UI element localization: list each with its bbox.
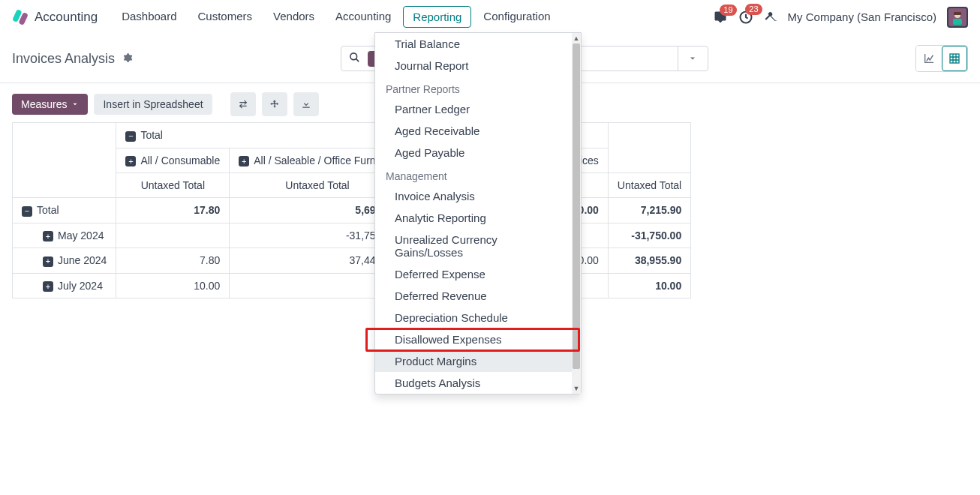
menu-invoice-analysis[interactable]: Invoice Analysis (375, 185, 572, 207)
menu-deferred-expense[interactable]: Deferred Expense (375, 263, 572, 285)
company-selector[interactable]: My Company (San Francisco) (788, 10, 936, 23)
app-logo-icon (12, 9, 29, 26)
measure-header[interactable]: Untaxed Total (116, 173, 230, 198)
svg-rect-8 (950, 54, 959, 63)
collapse-icon (22, 206, 32, 217)
svg-rect-5 (953, 19, 962, 25)
pivot-view-button[interactable] (942, 46, 967, 71)
table-row: June 2024 7.80 37,444.40 53.70 1,450.00 … (13, 248, 691, 274)
nav-customers[interactable]: Customers (189, 6, 262, 28)
cell: 10.00 (116, 273, 230, 298)
table-row: Total 17.80 5,694.40 53.70 1,450.00 7,21… (13, 198, 691, 224)
pivot-icon (948, 52, 960, 64)
expand-icon (43, 231, 53, 242)
activities-badge: 23 (745, 4, 762, 15)
menu-analytic-reporting[interactable]: Analytic Reporting (375, 207, 572, 229)
swap-icon (237, 99, 249, 110)
cell: 38,955.90 (608, 248, 690, 274)
expand-all-button[interactable] (262, 92, 287, 116)
reporting-dropdown: Trial Balance Journal Report Partner Rep… (374, 32, 582, 310)
expand-icon (269, 99, 280, 110)
app-name: Accounting (35, 10, 98, 25)
nav-reporting[interactable]: Reporting (403, 6, 471, 28)
tools-icon[interactable] (764, 10, 777, 24)
dropdown-scrollbar[interactable]: ▲ ▼ (572, 33, 581, 310)
menu-depreciation-schedule[interactable]: Depreciation Schedule (375, 307, 572, 310)
breadcrumb: Invoices Analysis (12, 51, 133, 67)
expand-icon (43, 281, 53, 292)
avatar-icon (948, 8, 966, 26)
top-navbar: Accounting Dashboard Customers Vendors A… (0, 0, 980, 34)
cell: 7,215.90 (608, 198, 690, 224)
scroll-up-icon[interactable]: ▲ (572, 33, 581, 44)
cell (116, 223, 230, 248)
cell: 10.00 (608, 273, 690, 298)
messages-button[interactable]: 19 (713, 10, 728, 24)
menu-section-partner: Partner Reports (375, 76, 572, 98)
svg-point-7 (350, 53, 356, 60)
svg-rect-6 (954, 12, 961, 15)
row-july[interactable]: July 2024 (13, 273, 116, 298)
expand-icon (125, 156, 136, 166)
menu-aged-receivable[interactable]: Aged Receivable (375, 120, 572, 142)
messages-badge: 19 (720, 4, 736, 16)
nav-accounting[interactable]: Accounting (326, 6, 400, 28)
user-avatar[interactable] (947, 7, 968, 28)
caret-down-icon (71, 100, 79, 108)
expand-icon (43, 256, 53, 267)
menu-partner-ledger[interactable]: Partner Ledger (375, 98, 572, 120)
cell: 7.80 (116, 248, 230, 274)
flip-axis-button[interactable] (230, 92, 256, 116)
insert-label: Insert in Spreadsheet (103, 98, 203, 110)
menu-deferred-revenue[interactable]: Deferred Revenue (375, 285, 572, 307)
main-menu: Dashboard Customers Vendors Accounting R… (113, 6, 559, 28)
search-options-toggle[interactable] (678, 46, 708, 70)
menu-trial-balance[interactable]: Trial Balance (375, 33, 572, 55)
download-button[interactable] (293, 92, 319, 116)
menu-section-management: Management (375, 164, 572, 185)
measures-label: Measures (21, 98, 67, 110)
menu-unrealized-gains[interactable]: Unrealized Currency Gains/Losses (375, 229, 572, 263)
search-icon[interactable] (341, 52, 368, 65)
measure-header[interactable]: Untaxed Total (608, 173, 690, 198)
col-consumable[interactable]: All / Consumable (116, 148, 230, 173)
menu-aged-payable[interactable]: Aged Payable (375, 142, 572, 164)
view-switcher (915, 45, 968, 72)
chevron-down-icon (688, 54, 697, 63)
graph-icon (923, 52, 935, 64)
nav-configuration[interactable]: Configuration (474, 6, 559, 28)
topbar-right: 19 23 My Company (San Francisco) (713, 7, 968, 28)
row-total[interactable]: Total (13, 198, 116, 224)
nav-vendors[interactable]: Vendors (264, 6, 323, 28)
collapse-icon (125, 131, 136, 142)
gear-icon[interactable] (122, 52, 133, 65)
graph-view-button[interactable] (916, 46, 942, 71)
nav-dashboard[interactable]: Dashboard (113, 6, 185, 28)
insert-spreadsheet-button[interactable]: Insert in Spreadsheet (94, 94, 212, 115)
row-may[interactable]: May 2024 (13, 223, 116, 248)
table-row: May 2024 -31,750.00 -31,750.00 (13, 223, 691, 248)
cell: 17.80 (116, 198, 230, 224)
page-title: Invoices Analysis (12, 51, 115, 67)
table-row: July 2024 10.00 10.00 (13, 273, 691, 298)
scroll-thumb[interactable] (573, 44, 580, 310)
cell: -31,750.00 (608, 223, 690, 248)
brand[interactable]: Accounting (12, 9, 98, 26)
download-icon (301, 99, 311, 110)
row-june[interactable]: June 2024 (13, 248, 116, 274)
measures-button[interactable]: Measures (12, 94, 88, 115)
activities-button[interactable]: 23 (738, 10, 753, 25)
pivot-table: Total All / Consumable All / Saleable / … (12, 122, 691, 298)
menu-journal-report[interactable]: Journal Report (375, 55, 572, 76)
expand-icon (239, 156, 249, 166)
